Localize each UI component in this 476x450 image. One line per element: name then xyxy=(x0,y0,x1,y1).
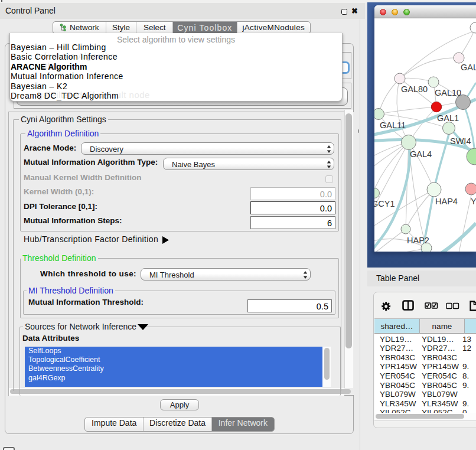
svg-text:GAL10: GAL10 xyxy=(435,88,461,97)
svg-text:HAP4: HAP4 xyxy=(435,197,458,206)
svg-text:GAL1: GAL1 xyxy=(437,113,459,123)
svg-text:Y: Y xyxy=(471,197,476,206)
svg-text:SWI4: SWI4 xyxy=(450,136,471,146)
svg-text:HAP2: HAP2 xyxy=(407,236,429,245)
svg-text:GAL: GAL xyxy=(461,63,476,72)
svg-text:GCY1: GCY1 xyxy=(374,199,395,208)
svg-text:GAL80: GAL80 xyxy=(401,84,428,94)
svg-text:GAL11: GAL11 xyxy=(380,120,406,130)
svg-text:GAL4: GAL4 xyxy=(410,149,432,159)
